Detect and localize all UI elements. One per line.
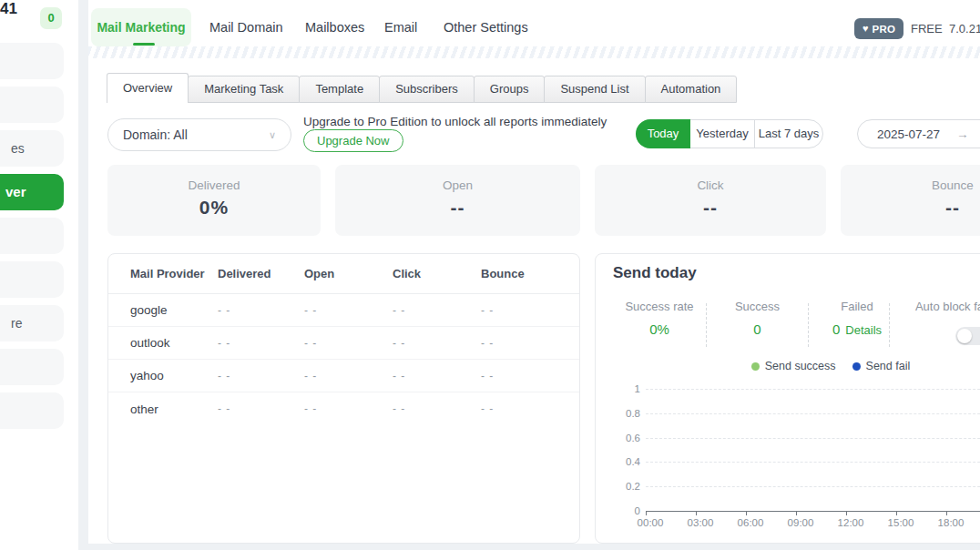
sidebar-item[interactable] bbox=[0, 87, 64, 123]
auto-block-toggle[interactable] bbox=[955, 327, 980, 345]
x-tick-label: 18:00 bbox=[931, 517, 971, 528]
tab-template[interactable]: Template bbox=[299, 76, 380, 103]
axis-tick bbox=[696, 512, 697, 515]
cell-value: - - bbox=[393, 337, 481, 350]
stat-card-bounce: Bounce -- bbox=[841, 165, 980, 236]
sidebar-item[interactable]: re bbox=[0, 305, 64, 341]
stat-label: Success bbox=[714, 300, 801, 313]
stat-card-delivered: Delivered 0% bbox=[107, 165, 321, 236]
stat-label: Success rate bbox=[605, 300, 714, 313]
cell-value: - - bbox=[218, 337, 304, 350]
table-row: other - - - - - - - - bbox=[108, 392, 579, 425]
pro-badge-label: PRO bbox=[873, 24, 896, 35]
col-header: Click bbox=[393, 267, 481, 280]
range-today-button[interactable]: Today bbox=[636, 119, 690, 148]
col-header: Open bbox=[304, 267, 393, 280]
divider bbox=[889, 303, 890, 347]
gridline bbox=[646, 389, 980, 390]
send-today-card: Send today Success rate 0% Success 0 Fai… bbox=[595, 253, 980, 544]
x-tick-label: 09:00 bbox=[781, 517, 821, 528]
upgrade-now-button[interactable]: Upgrade Now bbox=[303, 129, 403, 152]
sidebar-count: 41 bbox=[0, 0, 17, 18]
axis-tick bbox=[646, 512, 647, 515]
axis-tick bbox=[796, 512, 797, 515]
sidebar-item[interactable] bbox=[0, 392, 64, 429]
nav-active-underline bbox=[133, 43, 155, 46]
tab-overview[interactable]: Overview bbox=[107, 73, 189, 103]
stat-label: Open bbox=[335, 178, 580, 192]
stat-card-click: Click -- bbox=[595, 165, 826, 236]
chevron-down-icon: ∨ bbox=[269, 119, 276, 150]
provider-name: yahoo bbox=[130, 369, 218, 382]
gridline bbox=[646, 413, 980, 414]
domain-select[interactable]: Domain: All ∨ bbox=[107, 118, 291, 151]
gridline bbox=[646, 486, 980, 487]
page-bottom-strip bbox=[88, 544, 980, 550]
y-tick-label: 0.2 bbox=[605, 481, 640, 492]
provider-name: outlook bbox=[130, 336, 218, 350]
tab-groups[interactable]: Groups bbox=[474, 76, 546, 103]
x-tick-label: 15:00 bbox=[881, 517, 921, 528]
legend-label: Send fail bbox=[866, 360, 911, 372]
nav-email[interactable]: Email bbox=[384, 8, 417, 46]
range-week-button[interactable]: Last 7 days bbox=[754, 120, 822, 148]
nav-mail-marketing[interactable]: Mail Marketing bbox=[91, 8, 191, 46]
green-dot-icon bbox=[751, 362, 760, 371]
col-header: Mail Provider bbox=[130, 267, 218, 280]
x-tick-label: 12:00 bbox=[831, 517, 871, 528]
table-row: google - - - - - - - - bbox=[108, 294, 579, 327]
auto-block-stat: Auto block faile bbox=[896, 300, 980, 313]
decor-stripes bbox=[88, 46, 980, 58]
sidebar-item-active[interactable]: ver bbox=[0, 174, 64, 210]
tab-subscribers[interactable]: Subscribers bbox=[379, 76, 475, 103]
tab-strip: Overview Marketing Task Template Subscri… bbox=[107, 73, 737, 103]
gridline bbox=[646, 462, 980, 463]
details-link[interactable]: Details bbox=[845, 323, 882, 337]
nav-other-settings[interactable]: Other Settings bbox=[444, 8, 528, 46]
cell-value: - - bbox=[393, 402, 481, 415]
tab-marketing-task[interactable]: Marketing Task bbox=[188, 76, 300, 103]
y-tick-label: 0 bbox=[605, 505, 640, 516]
tab-automation[interactable]: Automation bbox=[645, 76, 738, 103]
cell-value: - - bbox=[304, 337, 393, 350]
y-tick-label: 0.6 bbox=[605, 433, 640, 443]
sidebar-item[interactable]: es bbox=[0, 130, 64, 167]
version-label: 7.0.21 bbox=[949, 22, 980, 36]
sidebar-item[interactable] bbox=[0, 43, 64, 79]
cell-value: - - bbox=[481, 402, 561, 415]
sidebar-zero-badge: 0 bbox=[40, 7, 62, 29]
axis-tick bbox=[896, 512, 897, 515]
axis-tick bbox=[946, 512, 947, 515]
provider-name: other bbox=[130, 402, 218, 416]
auto-block-label: Auto block faile bbox=[896, 300, 980, 313]
cell-value: - - bbox=[393, 370, 481, 382]
cell-value: - - bbox=[304, 370, 393, 382]
stat-value: 0% bbox=[605, 321, 714, 337]
sidebar-item[interactable] bbox=[0, 218, 64, 254]
range-yesterday-button[interactable]: Yesterday bbox=[690, 120, 754, 148]
pro-badge[interactable]: ♥ PRO bbox=[854, 18, 903, 39]
cell-value: - - bbox=[304, 402, 393, 415]
tab-suspend-list[interactable]: Suspend List bbox=[544, 76, 645, 103]
provider-table-card: Mail Provider Delivered Open Click Bounc… bbox=[107, 253, 580, 544]
legend-send-success[interactable]: Send success bbox=[751, 360, 836, 372]
stat-value: 0% bbox=[107, 197, 321, 219]
send-today-title: Send today bbox=[613, 264, 697, 282]
sidebar-item[interactable] bbox=[0, 349, 64, 385]
gridline bbox=[646, 438, 980, 439]
stat-value: 0 bbox=[714, 321, 801, 337]
cell-value: - - bbox=[218, 402, 304, 415]
success-rate-stat: Success rate 0% bbox=[605, 300, 714, 337]
y-tick-label: 0.8 bbox=[605, 408, 640, 419]
toggle-knob bbox=[957, 329, 972, 343]
nav-mail-domain[interactable]: Mail Domain bbox=[209, 8, 283, 46]
stat-label: Delivered bbox=[107, 178, 321, 192]
failed-value: 0 bbox=[832, 321, 840, 337]
heart-icon: ♥ bbox=[863, 24, 869, 34]
nav-mailboxes[interactable]: Mailboxes bbox=[305, 8, 364, 46]
date-start-value: 2025-07-27 bbox=[877, 127, 940, 141]
sidebar-item[interactable] bbox=[0, 261, 64, 298]
stat-value: -- bbox=[595, 197, 826, 219]
date-range-picker[interactable]: 2025-07-27 → 2 bbox=[857, 119, 980, 148]
legend-send-fail[interactable]: Send fail bbox=[852, 360, 911, 372]
